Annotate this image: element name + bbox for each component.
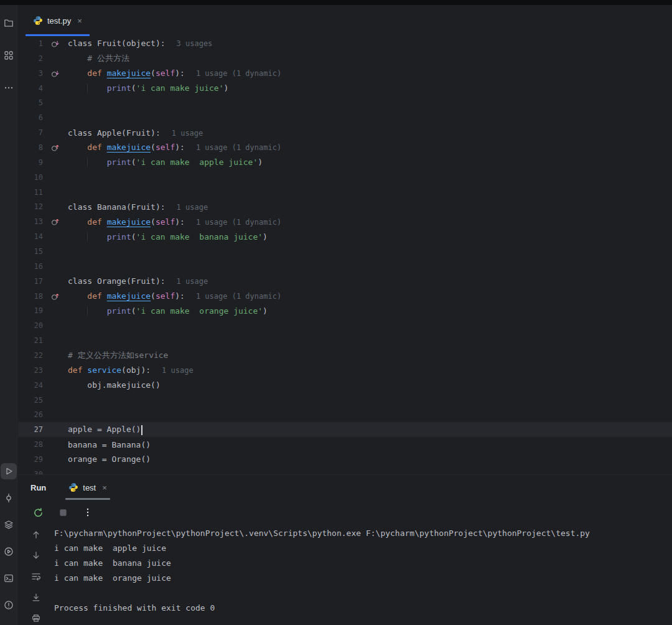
editor-line[interactable]: 18 def makejuice(self):1 usage (1 dynami… xyxy=(18,289,672,304)
line-number[interactable]: 20 xyxy=(18,321,43,330)
stop-button[interactable] xyxy=(55,505,70,520)
soft-wrap-button[interactable] xyxy=(29,570,43,583)
gutter[interactable] xyxy=(43,69,68,78)
more-options-button[interactable] xyxy=(80,505,95,520)
usages-hint[interactable]: 1 usage xyxy=(177,277,208,286)
gutter[interactable] xyxy=(43,217,68,226)
editor-line[interactable]: 27apple = Apple() xyxy=(18,422,672,437)
tool-stripe-button-run-anything[interactable] xyxy=(1,543,17,560)
gutter[interactable] xyxy=(43,143,68,152)
line-number[interactable]: 4 xyxy=(18,84,43,93)
usages-hint[interactable]: 1 usage (1 dynamic) xyxy=(196,143,281,152)
line-number[interactable]: 10 xyxy=(18,173,43,182)
editor-line[interactable]: 11 xyxy=(18,185,672,200)
editor-line[interactable]: 29orange = Orange() xyxy=(18,452,672,467)
arrow-up-button[interactable] xyxy=(29,528,43,542)
tool-stripe-button-run[interactable] xyxy=(1,463,17,479)
editor-line[interactable]: 25 xyxy=(18,393,672,408)
editor-line[interactable]: 8 def makejuice(self):1 usage (1 dynamic… xyxy=(18,140,672,155)
tool-stripe-button-terminal[interactable] xyxy=(1,570,17,586)
line-number[interactable]: 24 xyxy=(18,381,43,390)
tool-stripe-button-structure[interactable] xyxy=(1,47,17,63)
line-number[interactable]: 15 xyxy=(18,247,43,256)
arrow-down-button[interactable] xyxy=(29,549,43,563)
editor-line[interactable]: 1class Fruit(object):3 usages xyxy=(18,36,672,51)
line-number[interactable]: 23 xyxy=(18,366,43,375)
overridden-method-icon[interactable] xyxy=(51,69,60,78)
editor-line[interactable]: 15 xyxy=(18,244,672,259)
tool-stripe-button-services[interactable] xyxy=(1,517,17,533)
editor-line[interactable]: 24 obj.makejuice() xyxy=(18,378,672,393)
line-number[interactable]: 8 xyxy=(18,143,43,152)
line-number[interactable]: 14 xyxy=(18,232,43,241)
usages-hint[interactable]: 1 usage (1 dynamic) xyxy=(196,218,281,227)
line-number[interactable]: 21 xyxy=(18,336,43,345)
tool-stripe-button-commit[interactable] xyxy=(1,490,17,506)
line-number[interactable]: 30 xyxy=(18,470,43,474)
code-editor[interactable]: 1class Fruit(object):3 usages2 # 公共方法3 d… xyxy=(18,36,672,474)
line-number[interactable]: 9 xyxy=(18,158,43,167)
overriding-method-icon[interactable] xyxy=(51,217,60,226)
gutter[interactable] xyxy=(43,39,68,48)
line-number[interactable]: 17 xyxy=(18,277,43,286)
run-tab-test[interactable]: test × xyxy=(62,475,113,500)
line-number[interactable]: 11 xyxy=(18,188,43,197)
usages-hint[interactable]: 1 usage xyxy=(172,129,203,138)
scroll-to-end-button[interactable] xyxy=(29,591,43,604)
editor-line[interactable]: 14 print('i can make banana juice') xyxy=(18,229,672,244)
editor-line[interactable]: 26 xyxy=(18,407,672,422)
line-number[interactable]: 16 xyxy=(18,262,43,271)
line-number[interactable]: 29 xyxy=(18,455,43,464)
line-number[interactable]: 12 xyxy=(18,202,43,211)
editor-line[interactable]: 23def service(obj):1 usage xyxy=(18,363,672,378)
editor-line[interactable]: 3 def makejuice(self):1 usage (1 dynamic… xyxy=(18,66,672,81)
editor-line[interactable]: 30 xyxy=(18,467,672,474)
line-number[interactable]: 5 xyxy=(18,98,43,107)
editor-line[interactable]: 28banana = Banana() xyxy=(18,437,672,452)
editor-line[interactable]: 17class Orange(Fruit):1 usage xyxy=(18,274,672,289)
line-number[interactable]: 1 xyxy=(18,39,43,48)
editor-line[interactable]: 20 xyxy=(18,318,672,333)
usages-hint[interactable]: 1 usage (1 dynamic) xyxy=(196,292,281,301)
usages-hint[interactable]: 1 usage (1 dynamic) xyxy=(196,69,281,78)
gutter[interactable] xyxy=(43,292,68,301)
editor-line[interactable]: 16 xyxy=(18,259,672,274)
line-number[interactable]: 27 xyxy=(18,425,43,434)
line-number[interactable]: 28 xyxy=(18,440,43,449)
usages-hint[interactable]: 3 usages xyxy=(177,39,213,48)
editor-line[interactable]: 2 # 公共方法 xyxy=(18,51,672,66)
editor-line[interactable]: 7class Apple(Fruit):1 usage xyxy=(18,125,672,140)
usages-hint[interactable]: 1 usage xyxy=(177,203,208,212)
editor-line[interactable]: 4 print('i can make juice') xyxy=(18,81,672,96)
overriding-method-icon[interactable] xyxy=(51,292,60,301)
rerun-button[interactable] xyxy=(30,505,45,520)
tab-close-icon[interactable]: × xyxy=(77,17,82,25)
overriding-method-icon[interactable] xyxy=(51,143,60,152)
line-number[interactable]: 6 xyxy=(18,113,43,122)
editor-tab-test-py[interactable]: test.py × xyxy=(26,5,90,36)
line-number[interactable]: 22 xyxy=(18,351,43,360)
editor-line[interactable]: 10 xyxy=(18,170,672,185)
editor-line[interactable]: 5 xyxy=(18,95,672,110)
line-number[interactable]: 2 xyxy=(18,54,43,63)
overridden-method-icon[interactable] xyxy=(51,39,60,48)
editor-line[interactable]: 22# 定义公共方法如service xyxy=(18,348,672,363)
line-number[interactable]: 25 xyxy=(18,396,43,405)
editor-line[interactable]: 13 def makejuice(self):1 usage (1 dynami… xyxy=(18,214,672,229)
line-number[interactable]: 13 xyxy=(18,217,43,226)
editor-line[interactable]: 6 xyxy=(18,110,672,125)
editor-line[interactable]: 21 xyxy=(18,333,672,348)
line-number[interactable]: 3 xyxy=(18,69,43,78)
editor-line[interactable]: 12class Banana(Fruit):1 usage xyxy=(18,199,672,214)
line-number[interactable]: 26 xyxy=(18,410,43,419)
line-number[interactable]: 18 xyxy=(18,292,43,301)
tool-stripe-button-problems[interactable] xyxy=(1,597,17,613)
usages-hint[interactable]: 1 usage xyxy=(162,366,194,375)
run-tab-close-icon[interactable]: × xyxy=(102,484,107,492)
editor-line[interactable]: 9 print('i can make apple juice') xyxy=(18,155,672,170)
editor-line[interactable]: 19 print('i can make orange juice') xyxy=(18,303,672,318)
tool-stripe-button-project-folder[interactable] xyxy=(1,15,17,31)
console-output[interactable]: F:\pycharm\pythonProject\pythonProject\.… xyxy=(54,525,672,625)
line-number[interactable]: 19 xyxy=(18,306,43,315)
tool-stripe-button-more-tool-windows[interactable] xyxy=(1,80,17,96)
